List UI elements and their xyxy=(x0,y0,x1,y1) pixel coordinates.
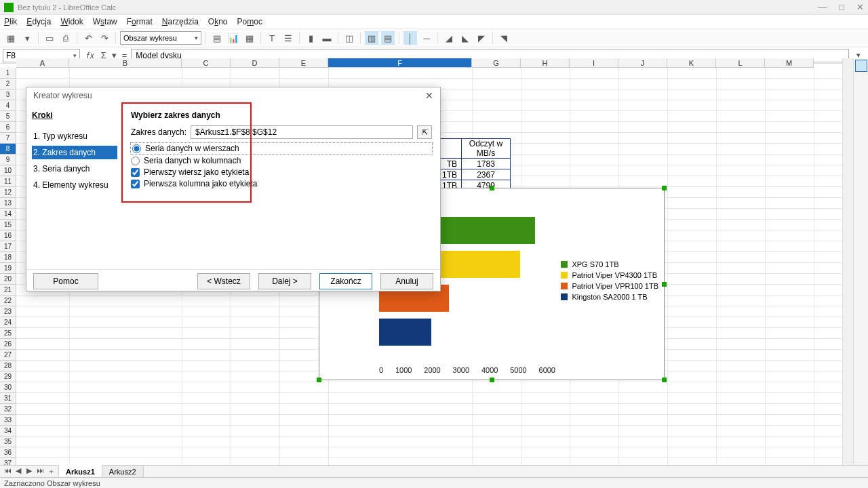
tab-prev-icon[interactable]: ◀ xyxy=(14,466,23,476)
column-header[interactable]: M xyxy=(765,58,814,68)
wizard-step[interactable]: 4. Elementy wykresu xyxy=(32,178,117,192)
series-rows-radio[interactable] xyxy=(132,144,141,153)
resize-handle[interactable] xyxy=(662,282,667,287)
column-header[interactable]: G xyxy=(472,58,521,68)
row-header[interactable]: 15 xyxy=(0,220,16,230)
undo-icon[interactable]: ↶ xyxy=(81,31,95,45)
3d-icon[interactable]: ◫ xyxy=(342,31,356,45)
row-header[interactable]: 16 xyxy=(0,230,16,241)
row-header[interactable]: 2 xyxy=(0,79,16,89)
grid-vertical-icon[interactable]: ▥ xyxy=(365,31,378,45)
axis-y-icon[interactable]: │ xyxy=(403,31,417,45)
row-header[interactable]: 25 xyxy=(0,328,16,339)
row-header[interactable]: 11 xyxy=(0,176,16,187)
row-header[interactable]: 14 xyxy=(0,209,16,220)
minimize-icon[interactable]: — xyxy=(818,2,827,12)
first-row-label-checkbox[interactable] xyxy=(131,168,140,177)
redo-icon[interactable]: ↷ xyxy=(98,31,111,45)
next-button[interactable]: Dalej > xyxy=(258,273,311,289)
chart-type-btn-icon[interactable]: 📊 xyxy=(226,31,240,45)
tab-last-icon[interactable]: ⏭ xyxy=(35,466,45,476)
row-header[interactable]: 26 xyxy=(0,339,16,350)
row-header[interactable]: 5 xyxy=(0,111,16,122)
column-header[interactable]: L xyxy=(716,58,765,68)
row-header[interactable]: 13 xyxy=(0,198,16,209)
column-header[interactable]: I xyxy=(570,58,618,68)
row-header[interactable]: 30 xyxy=(0,382,16,393)
resize-handle[interactable] xyxy=(490,186,494,190)
row-header[interactable]: 20 xyxy=(0,274,16,285)
maximize-icon[interactable]: □ xyxy=(839,2,844,12)
resize-handle[interactable] xyxy=(317,378,321,382)
first-col-label-checkbox[interactable] xyxy=(131,180,140,188)
format-selection-icon[interactable]: ▦ xyxy=(4,31,18,45)
column-header[interactable]: B xyxy=(69,58,182,68)
bar-chart-icon[interactable]: ▮ xyxy=(304,31,317,45)
menu-plik[interactable]: Plik xyxy=(4,17,17,26)
row-header[interactable]: 17 xyxy=(0,241,16,252)
vertical-scrollbar[interactable] xyxy=(842,58,853,465)
menu-wstaw[interactable]: Wstaw xyxy=(93,17,117,26)
close-icon[interactable]: ✕ xyxy=(856,2,864,12)
column-header[interactable]: A xyxy=(16,58,69,68)
row-header[interactable]: 12 xyxy=(0,187,16,198)
row-header[interactable]: 9 xyxy=(0,155,16,165)
tab-first-icon[interactable]: ⏮ xyxy=(3,466,12,476)
row-header[interactable]: 36 xyxy=(0,447,16,458)
row-header[interactable]: 31 xyxy=(0,393,16,404)
chart-type-icon[interactable]: ▾ xyxy=(20,31,34,45)
sidebar-properties-icon[interactable] xyxy=(855,60,867,72)
wizard-step[interactable]: 2. Zakres danych xyxy=(32,146,117,159)
series-cols-radio[interactable] xyxy=(131,157,140,165)
resize-handle[interactable] xyxy=(490,378,494,382)
menu-narzędzia[interactable]: Narzędzia xyxy=(162,17,199,26)
row-header[interactable]: 35 xyxy=(0,436,16,447)
menu-pomoc[interactable]: Pomoc xyxy=(237,17,262,26)
row-header[interactable]: 18 xyxy=(0,252,16,263)
row-header[interactable]: 33 xyxy=(0,415,16,426)
row-header[interactable]: 1 xyxy=(0,68,16,79)
row-header[interactable]: 24 xyxy=(0,317,16,328)
tab-add-icon[interactable]: ＋ xyxy=(46,466,56,476)
wizard-step[interactable]: 1. Typ wykresu xyxy=(32,129,117,143)
cancel-button[interactable]: Anuluj xyxy=(380,273,433,289)
finish-button[interactable]: Zakończ xyxy=(319,273,372,289)
row-header[interactable]: 28 xyxy=(0,361,16,371)
row-header[interactable]: 23 xyxy=(0,306,16,317)
row-header[interactable]: 21 xyxy=(0,285,16,296)
help-button[interactable]: Pomoc xyxy=(33,273,98,289)
titles-icon[interactable]: T xyxy=(265,31,279,45)
menu-edycja[interactable]: Edycja xyxy=(26,17,51,26)
menu-widok[interactable]: Widok xyxy=(60,17,83,26)
column-header[interactable]: E xyxy=(279,58,328,68)
stat3-icon[interactable]: ◤ xyxy=(475,31,488,45)
column-header[interactable]: D xyxy=(231,58,279,68)
dialog-close-icon[interactable]: ✕ xyxy=(425,90,433,101)
range-picker-icon[interactable]: ⇱ xyxy=(417,125,432,139)
column-header[interactable]: K xyxy=(667,58,716,68)
print-icon[interactable]: ⎙ xyxy=(59,31,73,45)
chart-data-table-icon[interactable]: ▦ xyxy=(243,31,256,45)
row-header[interactable]: 19 xyxy=(0,263,16,274)
row-header[interactable]: 6 xyxy=(0,122,16,133)
row-headers[interactable]: 1234567891011121314151617181920212223242… xyxy=(0,68,16,465)
legend-icon[interactable]: ☰ xyxy=(281,31,295,45)
row-header[interactable]: 8 xyxy=(0,144,16,155)
row-header[interactable]: 7 xyxy=(0,133,16,144)
column-header[interactable]: F xyxy=(328,58,472,68)
hbar-chart-icon[interactable]: ▬ xyxy=(320,31,334,45)
row-header[interactable]: 10 xyxy=(0,165,16,176)
tab-next-icon[interactable]: ▶ xyxy=(24,466,34,476)
row-header[interactable]: 29 xyxy=(0,371,16,382)
column-header[interactable]: J xyxy=(618,58,667,68)
row-header[interactable]: 22 xyxy=(0,296,16,306)
stat4-icon[interactable]: ◥ xyxy=(497,31,511,45)
back-button[interactable]: < Wstecz xyxy=(197,273,250,289)
row-header[interactable]: 27 xyxy=(0,350,16,361)
column-headers[interactable]: ABCDEFGHIJKLM xyxy=(16,58,842,68)
format-selection-btn-icon[interactable]: ▤ xyxy=(210,31,224,45)
new-icon[interactable]: ▭ xyxy=(43,31,56,45)
row-header[interactable]: 3 xyxy=(0,89,16,100)
menu-okno[interactable]: Okno xyxy=(208,17,228,26)
row-header[interactable]: 4 xyxy=(0,100,16,111)
